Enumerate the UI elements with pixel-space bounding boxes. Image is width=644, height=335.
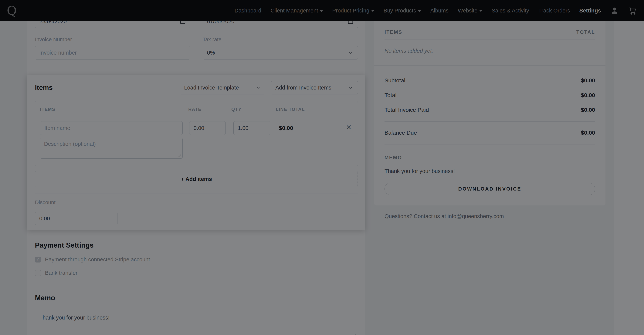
dim-overlay <box>0 0 644 335</box>
